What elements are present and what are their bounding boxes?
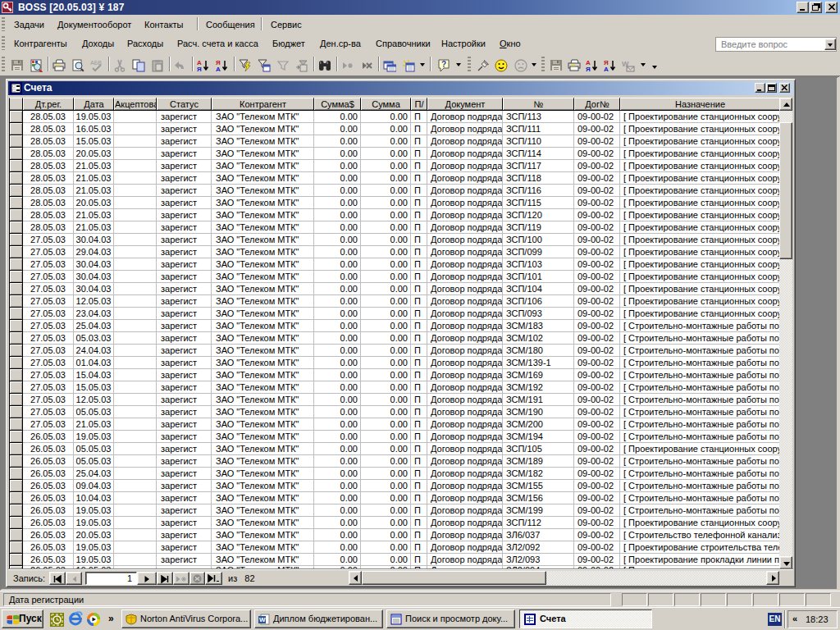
svg-text:Я: Я	[197, 66, 202, 72]
svg-text:?: ?	[441, 60, 446, 69]
svg-text:А: А	[604, 66, 609, 72]
svg-text:Я: Я	[586, 66, 591, 72]
svg-text:А: А	[216, 66, 221, 72]
svg-text:W: W	[259, 616, 266, 623]
